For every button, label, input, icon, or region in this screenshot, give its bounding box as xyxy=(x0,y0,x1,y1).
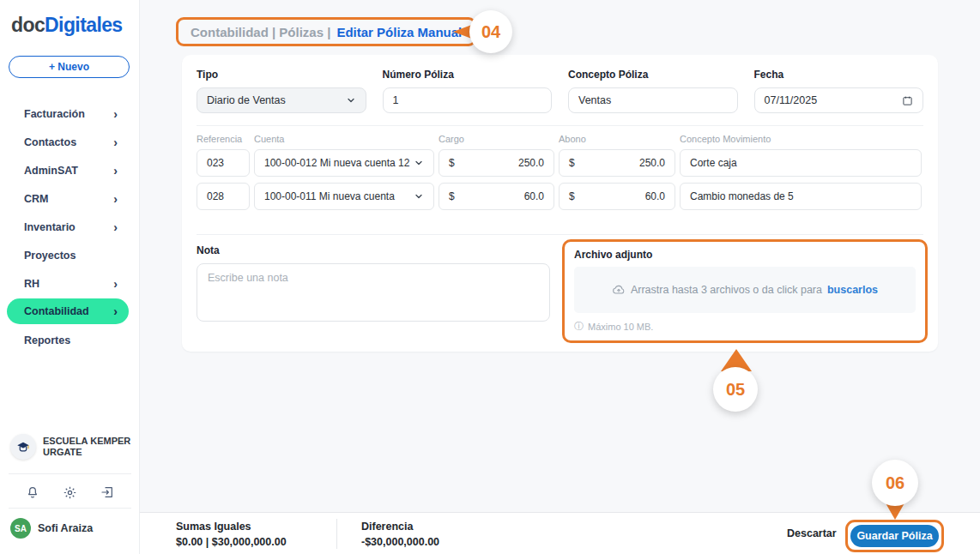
annotation-badge-05: 05 xyxy=(713,367,758,412)
fecha-label: Fecha xyxy=(754,69,924,81)
cargo-input[interactable]: $ 60.0 xyxy=(439,183,554,210)
sidebar-nav: Facturación › Contactos › AdminSAT › CRM… xyxy=(0,99,140,354)
breadcrumb-path[interactable]: Contabilidad | Pólizas | xyxy=(191,25,330,39)
footer-bar: Sumas Iguales $0.00 | $30,000,000.00 Dif… xyxy=(140,512,980,554)
user-name: Sofi Araiza xyxy=(38,522,93,534)
sidebar-item-reportes[interactable]: Reportes xyxy=(0,326,140,354)
table-row: 023 100-00-012 Mi nueva cuenta 12 $ 250.… xyxy=(197,149,923,177)
sidebar-item-inventario[interactable]: Inventario › xyxy=(0,213,140,241)
user-avatar: SA xyxy=(10,518,31,539)
info-icon: ⓘ xyxy=(574,320,584,333)
header-fields: Tipo Diario de Ventas Número Póliza Conc… xyxy=(197,69,923,113)
organization-avatar xyxy=(10,434,36,460)
col-abono: Abono xyxy=(559,134,675,144)
chevron-down-icon xyxy=(414,191,424,202)
calendar-icon xyxy=(902,95,913,106)
sumas-iguales: Sumas Iguales $0.00 | $30,000,000.00 xyxy=(176,521,287,548)
sidebar-item-adminsat[interactable]: AdminSAT › xyxy=(0,156,140,184)
tipo-select[interactable]: Diario de Ventas xyxy=(197,87,366,113)
sidebar-item-label: Reportes xyxy=(24,334,70,346)
archivo-adjunto-label: Archivo adjunto xyxy=(574,249,916,261)
sidebar-item-label: RH xyxy=(24,278,39,290)
sidebar-icon-row xyxy=(0,483,140,502)
chevron-down-icon xyxy=(346,95,356,105)
abono-input[interactable]: $ 250.0 xyxy=(559,149,675,177)
col-cuenta: Cuenta xyxy=(254,134,434,144)
annotation-badge-06: 06 xyxy=(872,460,918,506)
sidebar-item-label: Contactos xyxy=(24,136,76,148)
chevron-right-icon: › xyxy=(113,220,118,234)
concepto-movimiento-input[interactable]: Corte caja xyxy=(680,149,922,177)
divider xyxy=(197,234,923,235)
chevron-right-icon: › xyxy=(113,192,118,206)
graduation-cap-icon xyxy=(15,439,31,455)
notifications-bell-icon[interactable] xyxy=(24,484,41,501)
cuenta-select[interactable]: 100-00-012 Mi nueva cuenta 12 xyxy=(254,149,434,177)
breadcrumb-current: Editar Póliza Manual xyxy=(336,25,462,39)
descartar-button[interactable]: Descartar xyxy=(787,527,837,539)
archivo-adjunto-section: Archivo adjunto Arrastra hasta 3 archivo… xyxy=(562,239,928,343)
sidebar-item-label: Inventario xyxy=(24,221,76,233)
logo-suffix: Digitales xyxy=(45,14,122,36)
currency-symbol: $ xyxy=(569,190,575,202)
poliza-form-card: Tipo Diario de Ventas Número Póliza Conc… xyxy=(182,55,938,352)
chevron-down-icon xyxy=(414,158,424,168)
chevron-right-icon: › xyxy=(113,304,118,318)
file-dropzone[interactable]: Arrastra hasta 3 archivos o da click par… xyxy=(574,267,916,313)
divider xyxy=(9,508,131,509)
sidebar-item-crm[interactable]: CRM › xyxy=(0,184,140,213)
cuenta-select[interactable]: 100-00-011 Mi nueva cuenta xyxy=(254,183,434,210)
organization-name: ESCUELA KEMPER URGATE xyxy=(43,436,130,458)
divider xyxy=(9,473,131,474)
user-row[interactable]: SA Sofi Araiza xyxy=(10,518,93,539)
sidebar-item-label: CRM xyxy=(24,193,48,205)
referencia-input[interactable]: 028 xyxy=(197,183,250,210)
col-cargo: Cargo xyxy=(439,134,554,144)
buscarlos-link[interactable]: buscarlos xyxy=(827,284,878,296)
sidebar-item-label: AdminSAT xyxy=(24,165,78,177)
table-row: 028 100-00-011 Mi nueva cuenta $ 60.0 $ … xyxy=(197,183,923,210)
main-content: Contabilidad | Pólizas | Editar Póliza M… xyxy=(140,0,980,554)
annotation-badge-04: 04 xyxy=(469,10,512,53)
concepto-poliza-label: Concepto Póliza xyxy=(568,69,738,81)
new-button[interactable]: + Nuevo xyxy=(9,56,130,78)
divider xyxy=(197,125,923,126)
movements-table-header: Referencia Cuenta Cargo Abono Concepto M… xyxy=(197,134,923,144)
tipo-label: Tipo xyxy=(197,69,366,81)
organization-row: ESCUELA KEMPER URGATE xyxy=(10,434,135,460)
currency-symbol: $ xyxy=(569,157,575,169)
abono-input[interactable]: $ 60.0 xyxy=(559,183,675,210)
breadcrumb: Contabilidad | Pólizas | Editar Póliza M… xyxy=(176,17,476,46)
nota-textarea[interactable] xyxy=(197,263,550,322)
app-logo: docDigitales xyxy=(11,14,123,37)
sidebar-item-proyectos[interactable]: Proyectos xyxy=(0,241,140,269)
numero-poliza-label: Número Póliza xyxy=(383,69,553,81)
currency-symbol: $ xyxy=(449,157,455,169)
sidebar-item-contactos[interactable]: Contactos › xyxy=(0,128,140,156)
cloud-upload-icon xyxy=(612,283,626,297)
diferencia: Diferencia -$30,000,000.00 xyxy=(361,521,439,548)
concepto-poliza-input[interactable] xyxy=(568,87,738,113)
sidebar-item-label: Contabilidad xyxy=(24,305,89,317)
guardar-poliza-button[interactable]: Guardar Póliza xyxy=(850,525,939,547)
sidebar-item-label: Proyectos xyxy=(24,250,76,262)
guardar-highlight-box: Guardar Póliza xyxy=(845,520,944,552)
fecha-date-input[interactable]: 07/11/2025 xyxy=(754,87,924,113)
chevron-right-icon: › xyxy=(113,164,118,178)
nota-section: Nota xyxy=(197,244,550,343)
chevron-right-icon: › xyxy=(113,135,118,149)
sidebar-item-facturacion[interactable]: Facturación › xyxy=(0,99,140,128)
logout-icon[interactable] xyxy=(99,484,116,501)
col-referencia: Referencia xyxy=(197,134,250,144)
sidebar-item-rh[interactable]: RH › xyxy=(0,269,140,298)
sidebar-item-contabilidad[interactable]: Contabilidad › xyxy=(7,298,129,324)
cargo-input[interactable]: $ 250.0 xyxy=(439,149,554,177)
col-concepto-movimiento: Concepto Movimiento xyxy=(680,134,922,144)
settings-gear-icon[interactable] xyxy=(61,484,78,501)
referencia-input[interactable]: 023 xyxy=(197,149,250,177)
chevron-right-icon: › xyxy=(113,277,118,291)
dropzone-text: Arrastra hasta 3 archivos o da click par… xyxy=(631,284,822,296)
concepto-movimiento-input[interactable]: Cambio monedas de 5 xyxy=(680,183,922,210)
numero-poliza-input[interactable] xyxy=(383,87,553,113)
sidebar: docDigitales + Nuevo Facturación › Conta… xyxy=(0,0,140,554)
